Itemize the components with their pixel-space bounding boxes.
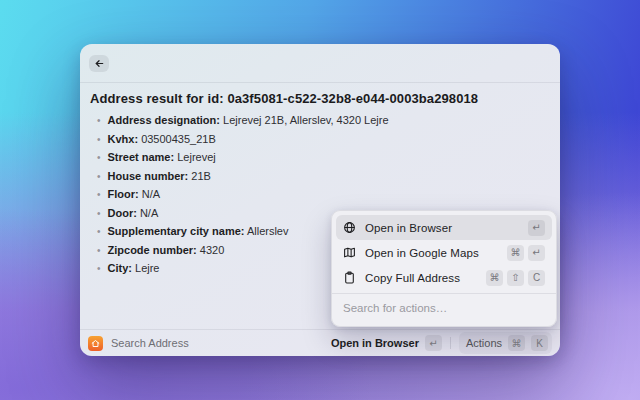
search-address-app-icon <box>88 336 103 351</box>
key-k: K <box>531 335 548 351</box>
titlebar <box>80 44 560 83</box>
bullet-icon: • <box>97 134 101 145</box>
clipboard-icon <box>343 271 356 284</box>
menu-item-open-in-browser[interactable]: Open in Browser ↵ <box>336 215 552 240</box>
globe-icon <box>343 221 356 234</box>
bullet-icon: • <box>97 208 101 219</box>
actions-search <box>336 294 552 322</box>
key-shift: ⇧ <box>507 270 524 286</box>
raycast-window: Address result for id: 0a3f5081-c522-32b… <box>80 44 560 356</box>
actions-search-input[interactable] <box>343 302 545 314</box>
home-icon <box>91 339 100 348</box>
footer-divider <box>450 337 451 349</box>
bullet-icon: • <box>97 115 101 126</box>
bullet-icon: • <box>97 263 101 274</box>
key-cmd: ⌘ <box>507 245 524 261</box>
field-house-number: •House number: 21B <box>97 171 548 182</box>
key-return: ↵ <box>528 220 545 236</box>
field-address-designation: •Address designation: Lejrevej 21B, Alle… <box>97 115 548 126</box>
field-kvhx: •Kvhx: 03500435_21B <box>97 134 548 145</box>
key-return: ↵ <box>425 335 442 351</box>
bullet-icon: • <box>97 226 101 237</box>
footer-actions-button[interactable]: Actions ⌘ K <box>459 332 552 354</box>
arrow-left-icon <box>94 58 105 69</box>
footer-primary-action[interactable]: Open in Browser ↵ <box>331 335 442 351</box>
footer-app-name: Search Address <box>111 337 331 349</box>
menu-item-copy-full-address[interactable]: Copy Full Address ⌘ ⇧ C <box>336 265 552 290</box>
bullet-icon: • <box>97 171 101 182</box>
field-floor: •Floor: N/A <box>97 189 548 200</box>
actions-popup: Open in Browser ↵ Open in Google Maps ⌘ … <box>331 210 557 327</box>
back-button[interactable] <box>89 55 109 72</box>
footer-bar: Search Address Open in Browser ↵ Actions… <box>80 329 560 356</box>
bullet-icon: • <box>97 152 101 163</box>
bullet-icon: • <box>97 189 101 200</box>
key-return: ↵ <box>528 245 545 261</box>
map-icon <box>343 246 356 259</box>
key-cmd: ⌘ <box>486 270 503 286</box>
key-c: C <box>528 270 545 286</box>
key-cmd: ⌘ <box>508 335 525 351</box>
bullet-icon: • <box>97 245 101 256</box>
page-title: Address result for id: 0a3f5081-c522-32b… <box>90 91 548 106</box>
field-street-name: •Street name: Lejrevej <box>97 152 548 163</box>
menu-item-open-in-google-maps[interactable]: Open in Google Maps ⌘ ↵ <box>336 240 552 265</box>
